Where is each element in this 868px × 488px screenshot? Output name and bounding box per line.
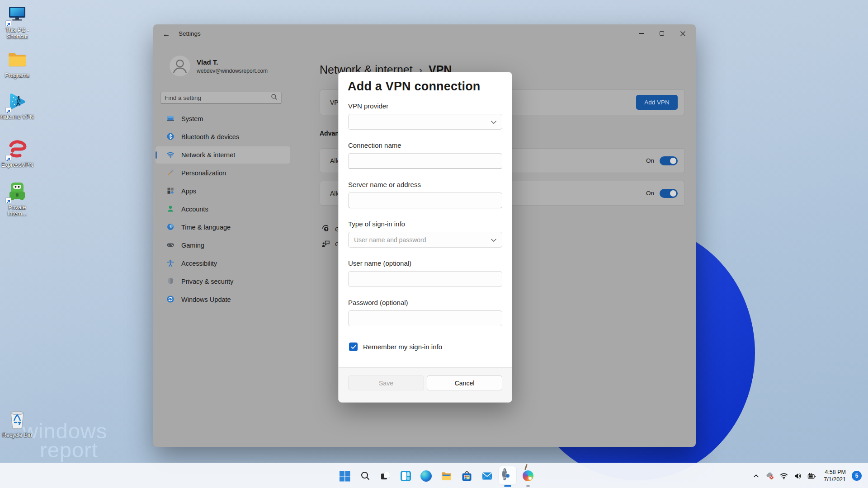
username-field[interactable] — [348, 271, 502, 287]
shield-icon — [166, 277, 175, 286]
search-box[interactable] — [160, 92, 282, 104]
dialog-title: Add a VPN connection — [348, 80, 481, 94]
sidebar-item-network-internet[interactable]: Network & internet — [156, 146, 290, 164]
sidebar-item-bluetooth-devices[interactable]: Bluetooth & devices — [156, 128, 290, 145]
desktop-icon-private-internet-access[interactable]: Private Intern... — [0, 181, 34, 217]
save-button[interactable]: Save — [348, 375, 424, 390]
running-app-indicator — [526, 485, 530, 487]
bluetooth-icon — [166, 132, 175, 142]
mail-icon[interactable] — [477, 463, 497, 488]
password-input[interactable] — [349, 311, 502, 326]
sidebar-item-apps[interactable]: Apps — [156, 183, 290, 200]
minimize-button[interactable] — [631, 24, 651, 42]
desktop-icon-label: Private Intern... — [0, 204, 34, 217]
sidebar-item-privacy-security[interactable]: Privacy & security — [156, 273, 290, 290]
svg-text:?: ? — [325, 227, 327, 231]
add-vpn-dialog: Add a VPN connection VPN provider Connec… — [338, 72, 512, 403]
desktop-icon-label: Programs — [0, 72, 34, 79]
vpn-provider-select[interactable] — [348, 114, 502, 130]
server-name-input[interactable] — [349, 193, 502, 208]
sidebar-item-system[interactable]: System — [156, 110, 290, 127]
settings-taskbar-icon[interactable] — [497, 463, 518, 488]
edge-icon[interactable] — [416, 463, 436, 488]
avatar[interactable] — [170, 56, 190, 76]
volume-icon[interactable] — [793, 471, 803, 481]
sidebar-item-label: Accounts — [181, 206, 208, 213]
get-help-icon: ? — [321, 224, 330, 235]
shortcut-arrow-icon — [5, 155, 11, 161]
tray-chevron-icon[interactable] — [751, 471, 761, 481]
file-explorer-icon[interactable] — [436, 463, 457, 488]
search-icon — [271, 94, 278, 102]
window-title: Settings — [179, 30, 201, 37]
password-field[interactable] — [348, 310, 502, 326]
hideme-vpn-icon — [6, 90, 28, 112]
desktop-icon-this-pc[interactable]: This PC - Shortcut — [0, 4, 34, 40]
dialog-footer: Save Cancel — [339, 367, 512, 402]
desktop-icon-label: This PC - Shortcut — [0, 27, 34, 40]
titlebar: ← Settings — [153, 24, 696, 43]
sidebar-item-label: Privacy & security — [181, 278, 233, 285]
add-vpn-button[interactable]: Add VPN — [636, 95, 678, 110]
onedrive-error-icon[interactable] — [765, 471, 775, 481]
search-input[interactable] — [165, 94, 271, 101]
username-input[interactable] — [349, 272, 502, 286]
roaming-toggle[interactable] — [660, 189, 678, 198]
vpn-provider-label: VPN provider — [348, 102, 388, 110]
sidebar-item-label: Gaming — [181, 242, 204, 249]
close-button[interactable] — [672, 24, 693, 42]
desktop-icon-hideme-vpn[interactable]: hide.me VPN — [0, 90, 34, 120]
clock[interactable]: 4:58 PM 7/1/2021 — [824, 469, 846, 483]
expressvpn-icon — [6, 138, 28, 160]
sidebar-item-gaming[interactable]: Gaming — [156, 237, 290, 254]
notification-badge[interactable]: 5 — [852, 471, 862, 481]
store-icon[interactable] — [457, 463, 477, 488]
sidebar-item-windows-update[interactable]: Windows Update — [156, 291, 290, 308]
start-button[interactable] — [335, 463, 355, 488]
maximize-button[interactable] — [651, 24, 672, 42]
brush-icon — [166, 169, 175, 178]
pia-robot-icon — [6, 181, 28, 202]
desktop: windows report This PC - Shortcut — [0, 0, 868, 488]
password-label: Password (optional) — [348, 299, 408, 306]
cancel-button[interactable]: Cancel — [427, 375, 502, 390]
task-view-icon[interactable] — [375, 463, 396, 488]
checkbox-checked-icon[interactable] — [349, 343, 358, 351]
widgets-icon[interactable] — [396, 463, 416, 488]
sign-in-type-select[interactable]: User name and password — [348, 232, 502, 248]
tray-date: 7/1/2021 — [824, 476, 846, 483]
server-name-field[interactable] — [348, 192, 502, 208]
connection-name-input[interactable] — [349, 154, 502, 169]
battery-icon[interactable] — [807, 471, 817, 481]
desktop-icon-programs[interactable]: Programs — [0, 49, 34, 79]
sidebar-item-time-language[interactable]: Time & language — [156, 219, 290, 236]
this-pc-icon — [6, 4, 28, 25]
taskbar-search-icon[interactable] — [355, 463, 375, 488]
sidebar-item-accounts[interactable]: Accounts — [156, 201, 290, 218]
connection-name-field[interactable] — [348, 153, 502, 169]
sign-in-type-label: Type of sign-in info — [348, 220, 405, 228]
recycle-bin-icon — [6, 408, 28, 430]
sidebar-item-label: Apps — [181, 188, 196, 195]
sidebar-item-label: Windows Update — [181, 296, 231, 303]
metered-toggle[interactable] — [660, 156, 678, 165]
desktop-icon-expressvpn[interactable]: ExpressVPN — [0, 138, 34, 168]
remember-checkbox-row[interactable]: Remember my sign-in info — [349, 343, 442, 351]
gear-icon — [502, 470, 513, 481]
desktop-icon-label: ExpressVPN — [0, 162, 34, 168]
desktop-icon-recycle-bin[interactable]: Recycle Bin — [0, 408, 34, 438]
wifi-tray-icon[interactable] — [779, 471, 789, 481]
update-icon — [166, 295, 175, 305]
watermark-line2: report — [40, 437, 98, 462]
back-button[interactable]: ← — [160, 29, 173, 40]
user-email: webdev@windowsreport.com — [197, 68, 268, 74]
sidebar-nav: System Bluetooth & devices Network & int… — [156, 110, 290, 309]
desktop-icon-label: hide.me VPN — [0, 114, 34, 120]
paint-icon[interactable] — [518, 463, 538, 488]
wifi-icon — [166, 150, 175, 160]
person-icon — [166, 205, 175, 214]
sidebar-item-label: Bluetooth & devices — [181, 133, 239, 141]
sidebar-item-personalization[interactable]: Personalization — [156, 164, 290, 182]
sidebar-item-accessibility[interactable]: Accessibility — [156, 255, 290, 272]
feedback-icon — [321, 239, 330, 249]
